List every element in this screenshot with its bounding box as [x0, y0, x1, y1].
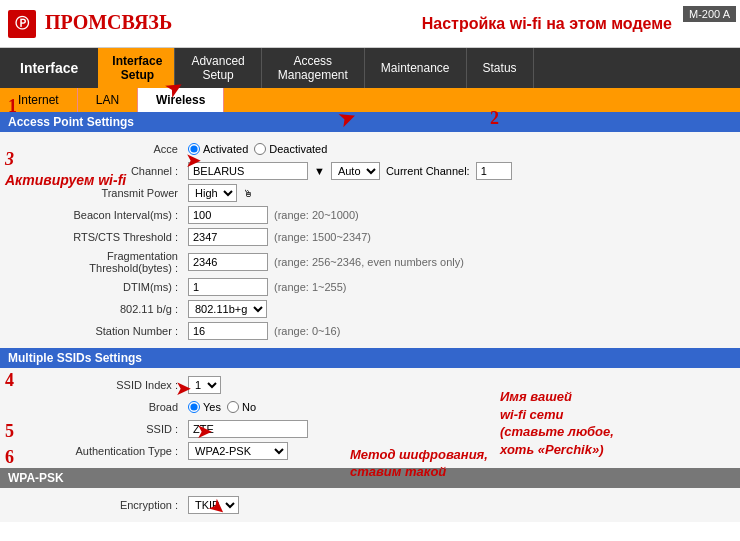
80211-select[interactable]: 802.11b+g	[188, 300, 267, 318]
control-80211: 802.11b+g	[188, 300, 267, 318]
tab-advanced-setup[interactable]: AdvancedSetup	[175, 48, 261, 88]
ann-3-text: 3 Активируем wi-fi	[5, 148, 126, 190]
control-frag: (range: 256~2346, even numbers only)	[188, 253, 464, 271]
control-rts: (range: 1500~2347)	[188, 228, 371, 246]
current-channel-input[interactable]	[476, 162, 512, 180]
tab-status[interactable]: Status	[467, 48, 534, 88]
logo-icon: Ⓟ	[8, 10, 36, 38]
num-5: 5	[5, 421, 14, 442]
control-transmit: High 🖱	[188, 184, 253, 202]
auth-select[interactable]: WPA2-PSK	[188, 442, 288, 460]
station-range: (range: 0~16)	[274, 325, 340, 337]
label-auth: Authentication Type :	[8, 445, 188, 457]
form-row-rts: RTS/CTS Threshold : (range: 1500~2347)	[0, 226, 740, 248]
label-encryption: Encryption :	[8, 499, 188, 511]
tab-interface[interactable]: Interface	[0, 48, 100, 88]
arrow-5: ➤	[196, 419, 213, 443]
rts-range: (range: 1500~2347)	[274, 231, 371, 243]
channel-input[interactable]	[188, 162, 308, 180]
label-ssid: SSID :	[8, 423, 188, 435]
logo-text: ПРОМСВЯЗЬ	[45, 10, 172, 32]
sub-tabs: Internet LAN Wireless	[0, 88, 740, 112]
radio-yes-input[interactable]	[188, 401, 200, 413]
dtim-range: (range: 1~255)	[274, 281, 346, 293]
num-2: 2	[490, 108, 499, 129]
form-row-dtim: DTIM(ms) : (range: 1~255)	[0, 276, 740, 298]
form-row-frag: FragmentationThreshold(bytes) : (range: …	[0, 248, 740, 276]
form-row-80211: 802.11 b/g : 802.11b+g	[0, 298, 740, 320]
label-rts: RTS/CTS Threshold :	[8, 231, 188, 243]
form-row-broadcast: Broad Yes No	[0, 396, 740, 418]
label-beacon: Beacon Interval(ms) :	[8, 209, 188, 221]
frag-input[interactable]	[188, 253, 268, 271]
form-row-beacon: Beacon Interval(ms) : (range: 20~1000)	[0, 204, 740, 226]
form-row-station: Station Number : (range: 0~16)	[0, 320, 740, 342]
arrow-4: ➤	[175, 376, 192, 400]
num-6: 6	[5, 447, 14, 468]
num-4: 4	[5, 370, 14, 391]
control-dtim: (range: 1~255)	[188, 278, 346, 296]
channel-dropdown-icon: ▼	[314, 165, 325, 177]
form-row-ssid-index: SSID Index : 1	[0, 374, 740, 396]
current-channel-label: Current Channel:	[386, 165, 470, 177]
model-badge: M-200 A	[683, 6, 736, 22]
beacon-range: (range: 20~1000)	[274, 209, 359, 221]
control-ssid-index: 1	[188, 376, 221, 394]
radio-no[interactable]: No	[227, 401, 256, 413]
tab-maintenance[interactable]: Maintenance	[365, 48, 467, 88]
radio-deactivated[interactable]: Deactivated	[254, 143, 327, 155]
label-station: Station Number :	[8, 325, 188, 337]
tab-access-management[interactable]: AccessManagement	[262, 48, 365, 88]
num-1: 1	[8, 96, 17, 117]
control-auth: WPA2-PSK	[188, 442, 288, 460]
channel-auto-select[interactable]: Auto	[331, 162, 380, 180]
transmit-help-icon[interactable]: 🖱	[243, 188, 253, 199]
station-input[interactable]	[188, 322, 268, 340]
subtab-lan[interactable]: LAN	[78, 88, 138, 112]
wpa-form: Encryption : TKIP	[0, 488, 740, 522]
rts-input[interactable]	[188, 228, 268, 246]
interface-label: Interface	[20, 60, 78, 76]
control-acce: Activated Deactivated	[188, 143, 327, 155]
frag-range: (range: 256~2346, even numbers only)	[274, 256, 464, 268]
radio-no-input[interactable]	[227, 401, 239, 413]
arrow-3: ➤	[185, 148, 202, 172]
transmit-select[interactable]: High	[188, 184, 237, 202]
label-frag: FragmentationThreshold(bytes) :	[8, 250, 188, 274]
control-station: (range: 0~16)	[188, 322, 340, 340]
label-dtim: DTIM(ms) :	[8, 281, 188, 293]
radio-deactivated-input[interactable]	[254, 143, 266, 155]
control-channel: ▼ Auto Current Channel:	[188, 162, 512, 180]
ann-6-text: Метод шифрования, ставим такой	[350, 447, 488, 481]
logo: Ⓟ ПРОМСВЯЗЬ	[8, 10, 172, 38]
form-row-ssid: SSID :	[0, 418, 740, 440]
nav-tabs: Interface InterfaceSetup AdvancedSetup A…	[0, 48, 740, 88]
ssid-index-select[interactable]: 1	[188, 376, 221, 394]
radio-yes[interactable]: Yes	[188, 401, 221, 413]
beacon-input[interactable]	[188, 206, 268, 224]
control-broadcast: Yes No	[188, 401, 256, 413]
page-title: Настройка wi-fi на этом модеме	[422, 15, 672, 33]
label-80211: 802.11 b/g :	[8, 303, 188, 315]
label-broadcast: Broad	[8, 401, 188, 413]
form-row-encryption: Encryption : TKIP	[0, 494, 740, 516]
header: Ⓟ ПРОМСВЯЗЬ Настройка wi-fi на этом моде…	[0, 0, 740, 48]
ann-5-text: Имя вашей wi-fi сети (ставьте любое, хот…	[500, 388, 614, 458]
section-ssids: Multiple SSIDs Settings	[0, 348, 740, 368]
control-beacon: (range: 20~1000)	[188, 206, 359, 224]
label-ssid-index: SSID Index :	[8, 379, 188, 391]
section-access-point: Access Point Settings	[0, 112, 740, 132]
dtim-input[interactable]	[188, 278, 268, 296]
